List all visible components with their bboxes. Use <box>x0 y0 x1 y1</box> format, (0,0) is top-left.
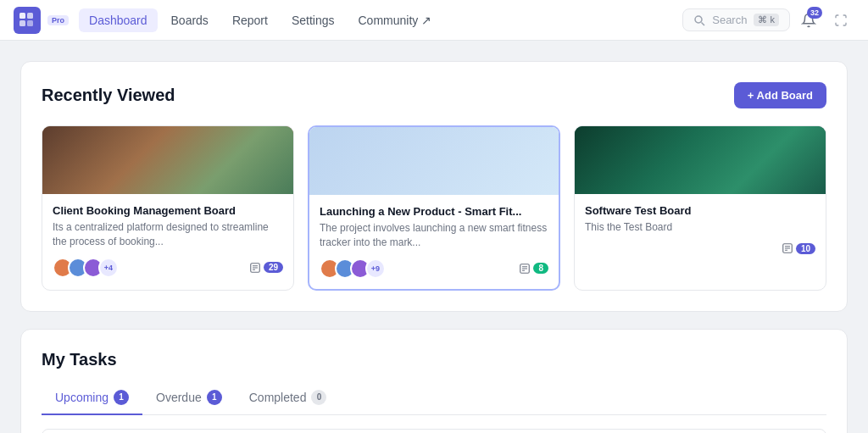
board-card-body: Client Booking Management Board Its a ce… <box>42 194 293 288</box>
search-bar[interactable]: Search ⌘ k <box>682 8 790 31</box>
avatar-overflow: +4 <box>98 258 119 278</box>
board-footer: +4 29 <box>53 258 283 278</box>
notification-bell[interactable]: 32 <box>793 5 824 36</box>
board-thumbnail <box>309 127 559 195</box>
board-description: This the Test Board <box>585 220 815 235</box>
board-footer: 10 <box>585 243 815 254</box>
svg-rect-3 <box>27 20 33 26</box>
board-meta: 29 <box>250 262 283 273</box>
board-card[interactable]: Client Booking Management Board Its a ce… <box>42 125 294 291</box>
task-tabs: Upcoming 1 Overdue 1 Completed 0 <box>42 383 826 415</box>
board-thumbnail <box>575 126 826 194</box>
tab-completed[interactable]: Completed 0 <box>236 383 341 415</box>
svg-rect-0 <box>19 13 25 19</box>
task-count-badge: 8 <box>533 263 548 274</box>
avatar-overflow: +9 <box>365 258 386 279</box>
svg-point-4 <box>695 16 702 23</box>
expand-icon <box>834 14 848 27</box>
board-footer: +9 8 <box>320 258 548 279</box>
overdue-count: 1 <box>207 390 222 405</box>
svg-line-5 <box>702 22 705 25</box>
search-label: Search <box>712 14 747 26</box>
tab-upcoming[interactable]: Upcoming 1 <box>42 383 142 415</box>
tab-overdue-label: Overdue <box>156 391 202 404</box>
board-title: Client Booking Management Board <box>53 204 283 217</box>
my-tasks-section: My Tasks Upcoming 1 Overdue 1 Completed … <box>20 329 848 433</box>
task-count-badge: 29 <box>264 262 283 273</box>
search-icon <box>693 14 705 26</box>
board-card-body: Launching a New Product - Smart Fit... T… <box>309 195 559 289</box>
svg-rect-1 <box>27 13 33 19</box>
board-description: Its a centralized platform designed to s… <box>53 220 283 249</box>
main-content: Recently Viewed + Add Board Client Booki… <box>0 41 868 433</box>
checklist-icon <box>250 263 260 273</box>
expand-button[interactable] <box>827 7 854 34</box>
section-header: Recently Viewed + Add Board <box>42 82 826 108</box>
board-card-body: Software Test Board This the Test Board … <box>575 194 826 264</box>
task-count-badge: 10 <box>796 243 815 254</box>
nav-item-community[interactable]: Community ↗ <box>348 8 442 32</box>
board-avatars: +9 <box>320 258 386 279</box>
app-logo[interactable] <box>14 7 41 34</box>
add-board-button[interactable]: + Add Board <box>734 82 826 108</box>
recently-viewed-title: Recently Viewed <box>42 86 175 105</box>
upcoming-count: 1 <box>114 390 129 405</box>
board-meta: 8 <box>520 263 548 274</box>
boards-grid: Client Booking Management Board Its a ce… <box>42 125 826 291</box>
board-title: Launching a New Product - Smart Fit... <box>320 205 548 218</box>
tab-upcoming-label: Upcoming <box>55 391 108 404</box>
checklist-icon <box>782 243 793 253</box>
pro-badge: Pro <box>47 15 69 25</box>
task-item: Fluent Team - Software Launch - To-Do Li… <box>42 429 826 433</box>
nav-item-report[interactable]: Report <box>222 8 278 32</box>
notification-count: 32 <box>807 7 822 19</box>
board-card[interactable]: Software Test Board This the Test Board … <box>574 125 826 291</box>
board-title: Software Test Board <box>585 204 815 217</box>
board-meta: 10 <box>782 243 815 254</box>
search-shortcut: ⌘ k <box>754 14 779 26</box>
board-description: The project involves launching a new sma… <box>320 221 548 250</box>
board-card[interactable]: Launching a New Product - Smart Fit... T… <box>308 125 560 291</box>
nav-item-dashboard[interactable]: Dashboard <box>79 8 158 32</box>
svg-rect-2 <box>19 20 25 26</box>
tab-overdue[interactable]: Overdue 1 <box>142 383 236 415</box>
board-thumbnail <box>42 126 293 194</box>
board-avatars: +4 <box>53 258 119 278</box>
tab-completed-label: Completed <box>249 391 307 404</box>
navbar: Pro Dashboard Boards Report Settings Com… <box>0 0 868 41</box>
my-tasks-title: My Tasks <box>42 350 826 369</box>
nav-item-settings[interactable]: Settings <box>281 8 345 32</box>
recently-viewed-section: Recently Viewed + Add Board Client Booki… <box>20 61 848 312</box>
checklist-icon <box>520 264 530 274</box>
completed-count: 0 <box>311 390 326 405</box>
nav-item-boards[interactable]: Boards <box>161 8 219 32</box>
